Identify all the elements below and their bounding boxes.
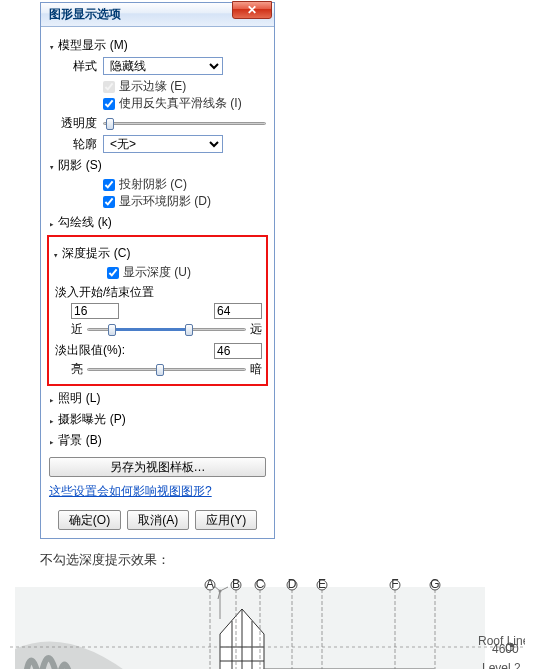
fade-limit-input[interactable] <box>214 343 262 359</box>
ambient-shadows-checkbox[interactable]: 显示环境阴影 (D) <box>103 193 266 210</box>
chevron-down-icon <box>49 39 54 53</box>
style-label: 样式 <box>49 58 103 75</box>
silhouette-select[interactable]: <无> <box>103 135 223 153</box>
show-depth-checkbox[interactable]: 显示深度 (U) <box>107 264 262 281</box>
svg-text:F: F <box>391 579 398 591</box>
chevron-right-icon <box>49 216 54 230</box>
section-model-display[interactable]: 模型显示 (M) <box>49 37 266 54</box>
section-lighting[interactable]: 照明 (L) <box>49 390 266 407</box>
cancel-button[interactable]: 取消(A) <box>127 510 189 530</box>
svg-text:Level 2: Level 2 <box>482 661 521 669</box>
svg-text:G: G <box>430 579 439 591</box>
section-background[interactable]: 背景 (B) <box>49 432 266 449</box>
elevation-illustration: Roof Line4600 Level 23000 Ceiling2600 Le… <box>10 579 525 669</box>
fade-limit-slider[interactable] <box>87 363 246 377</box>
fade-start-input[interactable] <box>71 303 119 319</box>
svg-text:D: D <box>288 579 297 591</box>
close-icon: ✕ <box>247 3 257 17</box>
fade-range-label: 淡入开始/结束位置 <box>55 284 262 301</box>
chevron-down-icon <box>49 159 54 173</box>
svg-text:B: B <box>232 579 240 591</box>
caption-off: 不勾选深度提示效果： <box>40 551 537 569</box>
transparency-slider[interactable] <box>103 117 266 131</box>
transparency-label: 透明度 <box>49 115 103 132</box>
far-label: 远 <box>250 321 262 338</box>
dark-label: 暗 <box>250 361 262 378</box>
section-photo-exposure[interactable]: 摄影曝光 (P) <box>49 411 266 428</box>
chevron-down-icon <box>53 247 58 261</box>
apply-button[interactable]: 应用(Y) <box>195 510 257 530</box>
graphic-display-options-dialog: 图形显示选项 ✕ 模型显示 (M) 样式 隐藏线 显示边缘 (E) 使用反失真平… <box>40 2 275 539</box>
svg-text:4600: 4600 <box>492 642 519 656</box>
help-link[interactable]: 这些设置会如何影响视图图形? <box>49 483 212 500</box>
near-label: 近 <box>71 321 83 338</box>
section-sketchy-lines[interactable]: 勾绘线 (k) <box>49 214 266 231</box>
section-shadows[interactable]: 阴影 (S) <box>49 157 266 174</box>
ok-button[interactable]: 确定(O) <box>58 510 121 530</box>
show-edges-checkbox: 显示边缘 (E) <box>103 78 266 95</box>
silhouette-label: 轮廓 <box>49 136 103 153</box>
save-as-template-button[interactable]: 另存为视图样板… <box>49 457 266 477</box>
titlebar[interactable]: 图形显示选项 ✕ <box>41 3 274 27</box>
fade-range-slider[interactable] <box>87 323 246 337</box>
depth-cueing-highlight: 深度提示 (C) 显示深度 (U) 淡入开始/结束位置 近 远 淡出限值(%): <box>47 235 268 386</box>
svg-text:A: A <box>206 579 214 591</box>
svg-text:C: C <box>256 579 265 591</box>
light-label: 亮 <box>71 361 83 378</box>
style-select[interactable]: 隐藏线 <box>103 57 223 75</box>
chevron-right-icon <box>49 413 54 427</box>
cast-shadows-checkbox[interactable]: 投射阴影 (C) <box>103 176 266 193</box>
svg-text:E: E <box>318 579 326 591</box>
fade-limit-label: 淡出限值(%): <box>55 342 125 359</box>
chevron-right-icon <box>49 434 54 448</box>
anti-alias-checkbox[interactable]: 使用反失真平滑线条 (I) <box>103 95 266 112</box>
chevron-right-icon <box>49 392 54 406</box>
dialog-title: 图形显示选项 <box>49 6 121 23</box>
section-depth-cueing[interactable]: 深度提示 (C) <box>53 245 262 262</box>
fade-end-input[interactable] <box>214 303 262 319</box>
close-button[interactable]: ✕ <box>232 1 272 19</box>
